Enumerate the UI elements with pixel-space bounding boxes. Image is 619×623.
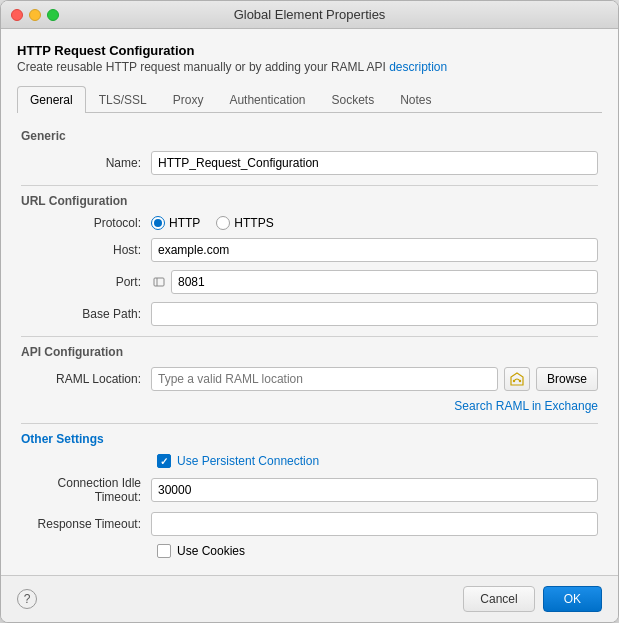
url-config-section-label: URL Configuration: [21, 194, 598, 208]
idle-timeout-row: Connection Idle Timeout:: [21, 476, 598, 504]
radio-http-dot: [151, 216, 165, 230]
tab-authentication[interactable]: Authentication: [216, 86, 318, 113]
radio-https[interactable]: HTTPS: [216, 216, 273, 230]
svg-point-3: [519, 380, 521, 382]
cookies-checkbox-item[interactable]: Use Cookies: [157, 544, 245, 558]
port-row: Port:: [21, 270, 598, 294]
titlebar: Global Element Properties: [1, 1, 618, 29]
idle-timeout-label: Connection Idle Timeout:: [21, 476, 151, 504]
page-title: HTTP Request Configuration: [17, 43, 602, 58]
name-input[interactable]: [151, 151, 598, 175]
generic-section-label: Generic: [21, 129, 598, 143]
svg-point-2: [513, 380, 515, 382]
raml-control: Browse: [151, 367, 598, 391]
tab-proxy[interactable]: Proxy: [160, 86, 217, 113]
port-label: Port:: [21, 275, 151, 289]
ok-button[interactable]: OK: [543, 586, 602, 612]
base-path-input[interactable]: [151, 302, 598, 326]
window-title: Global Element Properties: [234, 7, 386, 22]
protocol-control: HTTP HTTPS: [151, 216, 598, 230]
search-raml-link[interactable]: Search RAML in Exchange: [21, 399, 598, 413]
port-input[interactable]: [171, 270, 598, 294]
persistent-row: Use Persistent Connection: [21, 454, 598, 468]
raml-row: RAML Location: Browse: [21, 367, 598, 391]
svg-rect-0: [154, 278, 164, 286]
radio-http-label: HTTP: [169, 216, 200, 230]
protocol-radio-group: HTTP HTTPS: [151, 216, 598, 230]
help-button[interactable]: ?: [17, 589, 37, 609]
tab-tls[interactable]: TLS/SSL: [86, 86, 160, 113]
main-content: HTTP Request Configuration Create reusab…: [1, 29, 618, 575]
footer-buttons: Cancel OK: [463, 586, 602, 612]
minimize-button[interactable]: [29, 9, 41, 21]
port-input-row: [151, 270, 598, 294]
other-settings-label: Other Settings: [21, 432, 598, 446]
tab-sockets[interactable]: Sockets: [318, 86, 387, 113]
browse-button[interactable]: Browse: [536, 367, 598, 391]
raml-icon-button[interactable]: [504, 367, 530, 391]
cancel-button[interactable]: Cancel: [463, 586, 534, 612]
cookies-row: Use Cookies: [21, 544, 598, 558]
radio-https-label: HTTPS: [234, 216, 273, 230]
host-control: [151, 238, 598, 262]
raml-input-row: Browse: [151, 367, 598, 391]
response-timeout-label: Response Timeout:: [21, 517, 151, 531]
api-config-section-label: API Configuration: [21, 345, 598, 359]
tab-panel-general: Generic Name: URL Configuration Protocol…: [17, 113, 602, 575]
port-icon: [151, 274, 167, 290]
response-timeout-control: [151, 512, 598, 536]
persistent-label: Use Persistent Connection: [177, 454, 319, 468]
divider-2: [21, 336, 598, 337]
description-link[interactable]: description: [389, 60, 447, 74]
subtitle-text: Create reusable HTTP request manually or…: [17, 60, 389, 74]
host-row: Host:: [21, 238, 598, 262]
name-control: [151, 151, 598, 175]
tab-general[interactable]: General: [17, 86, 86, 113]
divider-3: [21, 423, 598, 424]
idle-timeout-input[interactable]: [151, 478, 598, 502]
divider-1: [21, 185, 598, 186]
protocol-label: Protocol:: [21, 216, 151, 230]
cookies-label: Use Cookies: [177, 544, 245, 558]
name-row: Name:: [21, 151, 598, 175]
base-path-control: [151, 302, 598, 326]
window: Global Element Properties HTTP Request C…: [0, 0, 619, 623]
response-timeout-row: Response Timeout:: [21, 512, 598, 536]
footer: ? Cancel OK: [1, 575, 618, 622]
page-subtitle: Create reusable HTTP request manually or…: [17, 60, 602, 74]
tab-notes[interactable]: Notes: [387, 86, 444, 113]
tab-bar: General TLS/SSL Proxy Authentication Soc…: [17, 86, 602, 113]
host-input[interactable]: [151, 238, 598, 262]
cookies-checkbox[interactable]: [157, 544, 171, 558]
raml-label: RAML Location:: [21, 372, 151, 386]
traffic-lights: [11, 9, 59, 21]
name-label: Name:: [21, 156, 151, 170]
protocol-row: Protocol: HTTP HTTPS: [21, 216, 598, 230]
radio-https-dot: [216, 216, 230, 230]
radio-http[interactable]: HTTP: [151, 216, 200, 230]
base-path-row: Base Path:: [21, 302, 598, 326]
host-label: Host:: [21, 243, 151, 257]
port-control: [151, 270, 598, 294]
persistent-checkbox[interactable]: [157, 454, 171, 468]
close-button[interactable]: [11, 9, 23, 21]
persistent-checkbox-item[interactable]: Use Persistent Connection: [157, 454, 319, 468]
response-timeout-input[interactable]: [151, 512, 598, 536]
base-path-label: Base Path:: [21, 307, 151, 321]
raml-input[interactable]: [151, 367, 498, 391]
maximize-button[interactable]: [47, 9, 59, 21]
idle-timeout-control: [151, 478, 598, 502]
